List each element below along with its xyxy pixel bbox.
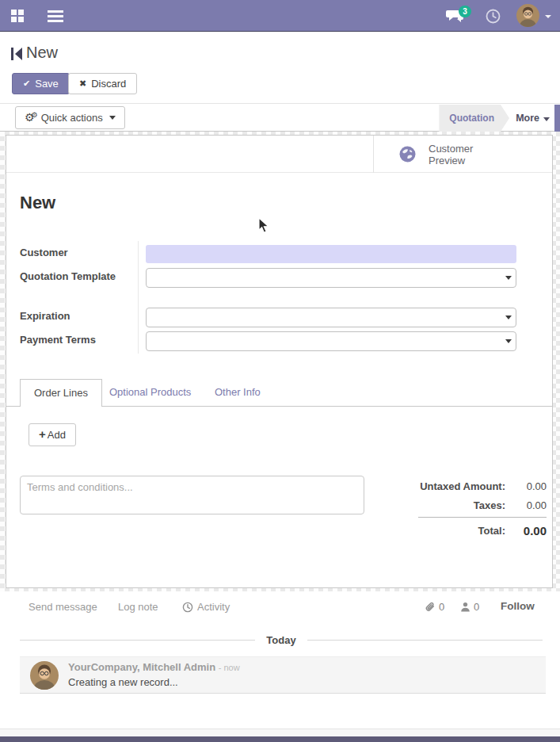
check-icon: ✔ <box>23 78 30 89</box>
stage-current-partial <box>554 105 560 132</box>
order-totals: Untaxed Amount: 0.00 Taxes: 0.00 Total: … <box>418 476 547 540</box>
mouse-cursor <box>258 217 270 236</box>
chevron-down-icon[interactable] <box>505 276 512 280</box>
user-menu-caret-icon[interactable] <box>545 15 551 18</box>
message-body: Creating a new record... <box>68 676 178 688</box>
followers-counter[interactable]: 0 <box>460 601 479 613</box>
expiration-label: Expiration <box>20 310 135 322</box>
customer-label: Customer <box>20 247 135 258</box>
plus-icon: + <box>39 427 46 441</box>
quick-actions-button[interactable]: ⚙⚙ Quick actions <box>15 106 125 129</box>
message-timestamp: - now <box>219 663 240 672</box>
quotation-template-field[interactable] <box>146 268 516 288</box>
person-icon <box>460 602 470 612</box>
divider <box>138 241 139 354</box>
close-icon: ✖ <box>79 78 86 89</box>
terms-and-conditions-field[interactable] <box>20 476 364 514</box>
chatter-message: YourCompany, Mitchell Admin - now Creati… <box>20 656 546 694</box>
stage-quotation[interactable]: Quotation <box>439 105 509 132</box>
preview-label-line2: Preview <box>429 155 465 166</box>
globe-icon <box>399 146 416 163</box>
chevron-down-icon <box>543 117 550 121</box>
total-value: 0.00 <box>505 524 547 537</box>
send-message-button[interactable]: Send message <box>29 601 97 613</box>
apps-menu-icon[interactable] <box>11 10 24 22</box>
status-toolbar: ⚙⚙ Quick actions Quotation More <box>0 103 560 132</box>
preview-label-line1: Customer <box>429 143 473 155</box>
taxes-value: 0.00 <box>505 499 547 511</box>
payment-terms-field[interactable] <box>146 331 516 351</box>
button-box: Customer Preview <box>6 136 552 173</box>
save-button[interactable]: ✔ Save <box>12 73 70 94</box>
customer-preview-button[interactable]: Customer Preview <box>374 136 552 173</box>
tab-order-lines[interactable]: Order Lines <box>20 379 102 407</box>
message-count-badge: 3 <box>459 6 471 17</box>
date-separator-label: Today <box>255 634 307 646</box>
clock-icon <box>182 602 193 613</box>
stage-more-button[interactable]: More <box>516 105 550 132</box>
message-author-avatar[interactable] <box>30 661 59 690</box>
page-title: New <box>20 193 55 213</box>
date-separator: Today <box>20 634 543 646</box>
expiration-field[interactable] <box>146 308 516 327</box>
taxes-row: Taxes: 0.00 <box>418 495 547 514</box>
form-sheet: Customer Preview New Customer Quotation … <box>6 135 553 588</box>
chevron-down-icon[interactable] <box>505 339 512 343</box>
quotation-template-label: Quotation Template <box>20 270 135 282</box>
divider <box>418 517 547 518</box>
untaxed-amount-row: Untaxed Amount: 0.00 <box>418 476 547 495</box>
add-order-line-button[interactable]: + Add <box>29 423 76 446</box>
schedule-activity-button[interactable]: Activity <box>182 601 230 613</box>
payment-terms-label: Payment Terms <box>20 334 135 346</box>
untaxed-amount-value: 0.00 <box>505 480 547 492</box>
message-author: YourCompany, Mitchell Admin - now <box>68 661 240 673</box>
top-navbar: 3 <box>0 0 560 32</box>
attachments-counter[interactable]: 0 <box>425 601 444 613</box>
tab-optional-products[interactable]: Optional Products <box>96 379 204 406</box>
activity-clock-icon[interactable] <box>486 9 501 24</box>
user-avatar[interactable] <box>516 4 539 27</box>
follow-button[interactable]: Follow <box>501 600 535 612</box>
chevron-down-icon[interactable] <box>505 316 512 319</box>
breadcrumb-back-icon[interactable] <box>11 48 22 63</box>
total-row: Total: 0.00 <box>418 521 547 540</box>
gears-icon: ⚙⚙ <box>25 112 36 123</box>
tab-other-info[interactable]: Other Info <box>201 379 274 406</box>
discard-button[interactable]: ✖ Discard <box>68 73 137 94</box>
footer-bar <box>0 736 560 742</box>
customer-field[interactable] <box>146 245 516 263</box>
hamburger-menu-icon[interactable] <box>48 10 63 22</box>
paperclip-icon <box>425 601 436 613</box>
chevron-down-icon <box>109 116 116 120</box>
breadcrumb: New <box>26 44 58 62</box>
log-note-button[interactable]: Log note <box>118 601 158 613</box>
